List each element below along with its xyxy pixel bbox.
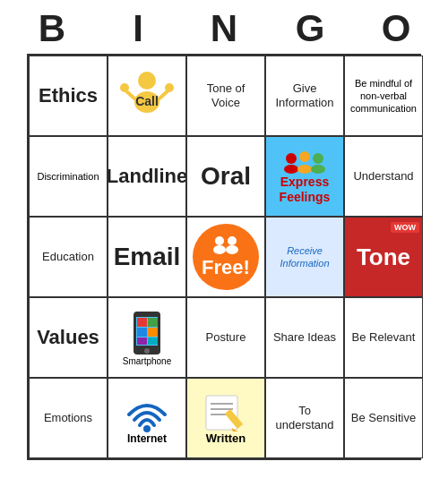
cell-free: Free! — [186, 217, 265, 297]
free-circle: Free! — [193, 224, 259, 290]
svg-point-13 — [215, 236, 224, 245]
svg-point-0 — [138, 72, 156, 90]
cell-landline: Landline — [108, 136, 186, 217]
cell-posture: Posture — [186, 297, 265, 378]
cell-be-sensitive: Be Sensitive — [344, 378, 423, 458]
cell-express-feelings: Express Feelings — [265, 136, 344, 217]
svg-point-6 — [165, 83, 174, 92]
people-icon — [282, 148, 327, 175]
letter-i: I — [99, 7, 177, 50]
svg-point-15 — [228, 236, 237, 245]
cell-tone-red: WOW Tone — [344, 217, 423, 297]
svg-point-7 — [286, 153, 297, 164]
cell-call: Call — [108, 56, 186, 136]
cell-smartphone: Smartphone — [108, 297, 186, 378]
cell-understand: Understand — [344, 136, 423, 217]
svg-text:Call: Call — [135, 94, 159, 108]
free-people-icon — [208, 235, 244, 254]
cell-written: Written — [186, 378, 265, 458]
wifi-icon — [120, 392, 174, 432]
letter-o: O — [357, 7, 435, 50]
cell-be-relevant: Be Relevant — [344, 297, 423, 378]
cell-emotions: Emotions — [29, 378, 108, 458]
letter-n: N — [185, 7, 263, 50]
cell-ethics: Ethics — [29, 56, 108, 136]
svg-point-25 — [144, 348, 150, 354]
svg-point-26 — [143, 425, 151, 432]
svg-point-8 — [299, 151, 310, 162]
call-icon: Call — [116, 64, 178, 127]
cell-share-ideas: Share Ideas — [265, 297, 344, 378]
svg-point-10 — [284, 165, 298, 174]
smartphone-icon — [129, 310, 165, 356]
svg-rect-24 — [148, 337, 158, 345]
cell-receive-information: Receive Information — [265, 217, 344, 297]
cell-values: Values — [29, 297, 108, 378]
svg-point-16 — [226, 245, 238, 254]
written-icon — [202, 391, 251, 431]
cell-email: Email — [108, 217, 186, 297]
svg-rect-22 — [148, 328, 158, 337]
cell-discrimination: Discrimination — [29, 136, 108, 217]
bingo-grid: Ethics Call Tone of Voice Give Informati… — [27, 54, 421, 460]
letter-b: B — [13, 7, 91, 50]
cell-education: Education — [29, 217, 108, 297]
svg-rect-23 — [137, 337, 147, 345]
svg-rect-19 — [137, 318, 147, 327]
svg-point-5 — [120, 83, 129, 92]
svg-rect-21 — [137, 328, 147, 337]
svg-point-12 — [311, 165, 325, 174]
svg-point-14 — [213, 245, 226, 254]
cell-internet: Internet — [108, 378, 186, 458]
cell-give-information: Give Information — [265, 56, 344, 136]
cell-tone-of-voice: Tone of Voice — [186, 56, 265, 136]
cell-to-understand: To understand — [265, 378, 344, 458]
svg-rect-20 — [148, 318, 158, 327]
bingo-header: B I N G O — [9, 0, 439, 54]
cell-nonverbal: Be mindful of non-verbal communication — [344, 56, 423, 136]
letter-g: G — [271, 7, 349, 50]
svg-point-9 — [313, 153, 323, 164]
svg-point-11 — [297, 165, 312, 174]
cell-oral: Oral — [186, 136, 265, 217]
